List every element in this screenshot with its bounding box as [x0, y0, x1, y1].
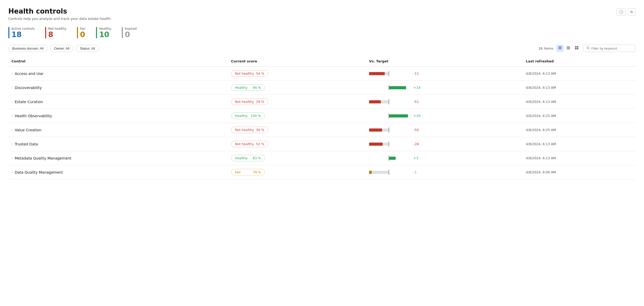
control-name-1: Discoverability [15, 86, 42, 90]
stat-value-fair: 0 [80, 31, 86, 38]
search-input[interactable] [591, 46, 633, 50]
stat-line-active [8, 27, 9, 38]
refreshed-cell-1: 4/8/2024, 6:13 AM [523, 81, 636, 95]
stat-line-expired [122, 27, 123, 38]
grid-view-button[interactable] [573, 45, 580, 52]
search-box [583, 45, 636, 52]
table-row[interactable]: › Data Quality Management Fair 79 % [8, 165, 636, 179]
score-badge-0: Not healthy 54 % [231, 70, 268, 77]
stat-line-fair [77, 27, 78, 38]
delta-value-4: -50 [413, 128, 422, 132]
bar-fill-6 [389, 157, 396, 160]
bar-fill-1 [389, 86, 406, 89]
compact-icon [566, 46, 570, 50]
page-container: Health controls Controls help you analyz… [0, 0, 644, 306]
refreshed-cell-4: 4/8/2024, 6:25 AM [523, 123, 636, 137]
row-expand-4[interactable]: › [11, 128, 13, 132]
table-row[interactable]: › Estate Curation Not healthy 29 % [8, 95, 636, 109]
stat-line-healthy [96, 27, 97, 38]
list-view-button[interactable] [556, 45, 564, 52]
score-cell-7: Fair 79 % [228, 165, 366, 179]
table-row[interactable]: › Trusted Data Not healthy 52 % [8, 137, 636, 151]
view-buttons [556, 45, 580, 52]
table-row[interactable]: › Metadata Quality Management Healthy 83… [8, 151, 636, 165]
row-expand-3[interactable]: › [11, 114, 13, 117]
control-name-cell-4: › Value Creation [8, 123, 228, 137]
bar-bg-2 [381, 100, 389, 103]
control-name-cell-0: › Access and Use [8, 67, 228, 81]
bar-fill-2 [369, 100, 381, 103]
filter-owner[interactable]: Owner: All [50, 45, 73, 52]
svg-rect-7 [575, 46, 576, 48]
bar-container-7 [369, 170, 411, 174]
table-row[interactable]: › Discoverability Healthy 94 % +14 [8, 81, 636, 95]
filter-business-domain[interactable]: Business domain: All [8, 45, 47, 52]
table-row[interactable]: › Value Creation Not healthy 30 % [8, 123, 636, 137]
svg-rect-4 [567, 47, 570, 48]
bar-fill-4 [369, 128, 382, 132]
stat-healthy: Healthy 10 [96, 27, 111, 38]
row-expand-5[interactable]: › [11, 142, 13, 146]
bar-container-6 [369, 156, 411, 160]
stat-not-healthy: Not healthy 8 [45, 27, 67, 38]
filter-status[interactable]: Status: All [76, 45, 99, 52]
row-expand-7[interactable]: › [11, 170, 13, 174]
stat-expired: Expired 0 [122, 27, 137, 38]
row-expand-0[interactable]: › [11, 72, 13, 75]
svg-point-11 [587, 47, 589, 49]
svg-line-12 [589, 49, 589, 49]
vs-target-cell-7: -1 [366, 165, 523, 179]
control-name-6: Metadata Quality Management [15, 156, 71, 160]
clock-icon: 🕐 [619, 10, 623, 14]
table-row[interactable]: › Health Observability Healthy 100 % +2 [8, 109, 636, 123]
bar-bg-0 [385, 72, 389, 75]
control-name-0: Access and Use [15, 72, 43, 76]
score-cell-6: Healthy 83 % [228, 151, 366, 165]
items-count: 26 items [538, 46, 553, 50]
refreshed-cell-3: 4/8/2024, 6:25 AM [523, 109, 636, 123]
stat-active: Active controls 18 [8, 27, 35, 38]
score-cell-0: Not healthy 54 % [228, 67, 366, 81]
history-button[interactable]: 🕐 [617, 8, 626, 16]
compact-view-button[interactable] [565, 45, 572, 52]
svg-rect-0 [558, 46, 562, 47]
score-cell-3: Healthy 100 % [228, 109, 366, 123]
grid-icon [575, 46, 579, 50]
stat-fair: Fair 0 [77, 27, 86, 38]
row-expand-2[interactable]: › [11, 100, 13, 103]
score-percent-3: 100 % [251, 114, 261, 118]
refreshed-cell-6: 4/8/2024, 6:13 AM [523, 151, 636, 165]
table-row[interactable]: › Access and Use Not healthy 54 % [8, 67, 636, 81]
score-status-6: Healthy [235, 156, 248, 160]
control-name-cell-6: › Metadata Quality Management [8, 151, 228, 165]
row-expand-6[interactable]: › [11, 156, 13, 160]
delta-value-0: -11 [413, 72, 422, 75]
toolbar: Business domain: All Owner: All Status: … [8, 45, 636, 52]
bar-container-2 [369, 100, 411, 104]
list-icon [558, 46, 562, 50]
score-percent-4: 30 % [256, 128, 264, 132]
svg-rect-3 [567, 46, 570, 47]
filters: Business domain: All Owner: All Status: … [8, 45, 99, 52]
control-name-cell-7: › Data Quality Management [8, 165, 228, 179]
col-header-current-score: Current score [228, 57, 366, 67]
score-status-7: Fair [235, 170, 241, 174]
stat-label-active: Active controls [11, 27, 35, 31]
bar-container-4 [369, 128, 411, 132]
search-icon [586, 46, 590, 50]
stat-value-active: 18 [11, 31, 35, 38]
stat-label-fair: Fair [80, 27, 86, 31]
row-expand-1[interactable]: › [11, 86, 13, 89]
refresh-button[interactable]: ↻ [628, 8, 636, 16]
refreshed-cell-2: 4/8/2024, 6:13 AM [523, 95, 636, 109]
page-title: Health controls [8, 7, 112, 15]
svg-rect-8 [577, 46, 578, 48]
score-badge-7: Fair 79 % [231, 169, 265, 175]
bar-container-3 [369, 114, 411, 118]
score-badge-3: Healthy 100 % [231, 113, 265, 119]
svg-rect-9 [575, 48, 576, 49]
toolbar-right: 26 items [538, 45, 636, 52]
score-status-0: Not healthy [235, 72, 254, 75]
refreshed-cell-5: 4/8/2024, 6:13 AM [523, 137, 636, 151]
svg-rect-2 [558, 49, 562, 49]
